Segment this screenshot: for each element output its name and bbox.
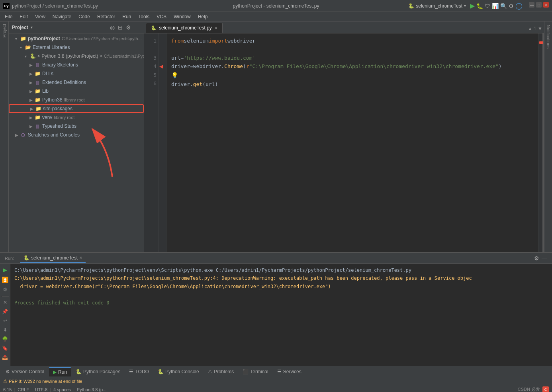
tree-item-binary-skeletons[interactable]: ▶ ||| Binary Skeletons bbox=[9, 60, 144, 69]
menu-file[interactable]: File bbox=[2, 13, 16, 20]
tab-close-button[interactable]: ✕ bbox=[214, 26, 217, 30]
status-position[interactable]: 6:15 bbox=[3, 387, 12, 392]
scroll-bar-right[interactable] bbox=[538, 33, 544, 252]
tab-services[interactable]: ☰ Services bbox=[273, 367, 305, 376]
maximize-button[interactable]: □ bbox=[536, 2, 542, 8]
tree-item-python38[interactable]: ▾ 🐍 < Python 3.8 (pythonProject) > C:\Us… bbox=[9, 52, 144, 60]
stop-button[interactable]: ⏫ bbox=[2, 275, 8, 284]
menu-navigate[interactable]: Navigate bbox=[49, 13, 74, 20]
menu-help[interactable]: Help bbox=[195, 13, 211, 20]
project-side-tab[interactable]: Project bbox=[1, 21, 8, 40]
close-button[interactable]: ✕ bbox=[543, 2, 549, 8]
tree-icon[interactable]: 🌳 bbox=[2, 335, 8, 343]
locate-file-button[interactable]: ◎ bbox=[109, 23, 115, 31]
todo-label: TODO bbox=[135, 369, 149, 374]
folder-icon-lib: 📁 bbox=[34, 88, 41, 94]
tree-item-pythonproject[interactable]: ▾ 📁 pythonProject C:\Users\admin1\Pychar… bbox=[9, 34, 144, 43]
status-bar: 6:15 | CRLF | UTF-8 | 4 spaces | Python … bbox=[0, 385, 552, 392]
version-control-icon: ⚙ bbox=[6, 369, 10, 374]
settings-icon[interactable]: ⚙ bbox=[534, 255, 539, 261]
tree-item-dlls[interactable]: ▶ 📁 DLLs bbox=[9, 69, 144, 78]
profile-button[interactable]: 📊 bbox=[492, 3, 499, 9]
tree-item-scratches[interactable]: ▶ ⊙ Scratches and Consoles bbox=[9, 131, 144, 139]
output-line-5: Process finished with exit code 0 bbox=[14, 299, 548, 307]
menu-window[interactable]: Window bbox=[170, 13, 194, 20]
scratches-icon: ⊙ bbox=[20, 132, 26, 138]
menu-run[interactable]: Run bbox=[119, 13, 134, 20]
python-packages-label: Python Packages bbox=[83, 369, 120, 374]
menu-edit[interactable]: Edit bbox=[16, 13, 31, 20]
export-icon[interactable]: 📤 bbox=[2, 353, 8, 361]
run-tab-main[interactable]: 🐍 selenium_chromeTest ✕ bbox=[20, 254, 86, 263]
hide-panel-button[interactable]: — bbox=[133, 23, 141, 31]
notifications-panel: Notifications bbox=[544, 21, 552, 252]
wrap-button[interactable]: ↩ bbox=[3, 317, 7, 325]
tab-bar: 🐍 selenium_chromeTest.py ✕ ▲ 1 ▼ bbox=[144, 21, 544, 33]
search-everywhere-button[interactable]: 🔍 bbox=[500, 3, 507, 9]
pin-button[interactable]: 📌 bbox=[2, 308, 8, 316]
tree-item-site-packages[interactable]: ▶ 📁 site-packages bbox=[9, 104, 144, 113]
status-indent[interactable]: 4 spaces bbox=[53, 387, 71, 392]
menu-vcs[interactable]: VCS bbox=[153, 13, 170, 20]
tree-settings-button[interactable]: ⚙ bbox=[125, 23, 132, 31]
tree-item-extended-definitions[interactable]: ▶ ||| Extended Definitions bbox=[9, 78, 144, 87]
tab-run[interactable]: ▶ Run bbox=[49, 367, 71, 376]
menu-bar: File Edit View Navigate Code Refactor Ru… bbox=[0, 12, 552, 21]
tab-python-packages[interactable]: 🐍 Python Packages bbox=[72, 367, 124, 376]
minimize-button[interactable]: — bbox=[529, 2, 534, 8]
scroll-down-button[interactable]: ⬇ bbox=[3, 326, 7, 334]
tree-item-lib[interactable]: ▶ 📁 Lib bbox=[9, 87, 144, 96]
problems-label: Problems bbox=[214, 369, 234, 374]
editor-toolbar-right: ▲ 1 ▼ bbox=[526, 24, 544, 33]
tree-item-typeshed[interactable]: ▶ ||| Typeshed Stubs bbox=[9, 122, 144, 131]
tab-version-control[interactable]: ⚙ Version Control bbox=[2, 367, 48, 376]
tab-python-console[interactable]: 🐍 Python Console bbox=[154, 367, 203, 376]
folder-icon-py38: 📁 bbox=[34, 97, 41, 103]
code-content[interactable]: from selenium import webdriver url = 'ht… bbox=[166, 33, 538, 252]
tree-item-python38-lib[interactable]: ▶ 📁 Python38 library root bbox=[9, 96, 144, 104]
breadcrumb: pythonProject / selenium_chromeTest.py bbox=[12, 3, 98, 9]
menu-view[interactable]: View bbox=[32, 13, 49, 20]
project-tree: ▾ 📁 pythonProject C:\Users\admin1\Pychar… bbox=[9, 33, 144, 252]
run-tab-label: selenium_chromeTest bbox=[31, 255, 78, 261]
run-button[interactable]: ▶ bbox=[470, 2, 475, 10]
jetbrains-icon[interactable]: ◯ bbox=[515, 2, 523, 10]
line-numbers: 1 3 4 5 6 bbox=[144, 33, 159, 252]
editor-tab-main[interactable]: 🐍 selenium_chromeTest.py ✕ bbox=[146, 23, 223, 33]
collapse-button[interactable]: ⊟ bbox=[117, 23, 123, 31]
bookmark-icon[interactable]: 🔖 bbox=[2, 344, 8, 352]
close-run-panel-icon[interactable]: — bbox=[542, 255, 547, 261]
terminal-label: Terminal bbox=[250, 369, 268, 374]
tree-item-external-libraries[interactable]: ▾ 📂 External Libraries bbox=[9, 43, 144, 52]
status-line-sep[interactable]: CRLF bbox=[18, 387, 29, 392]
run-output: C:\Users\admin1\PycharmProjects\pythonPr… bbox=[10, 264, 552, 366]
settings-button[interactable]: ⚙ bbox=[509, 3, 514, 9]
lib-icon-ext: ||| bbox=[34, 79, 41, 86]
debug-button[interactable]: 🐛 bbox=[476, 3, 483, 9]
lightbulb-icon[interactable]: 💡 bbox=[171, 71, 178, 80]
menu-code[interactable]: Code bbox=[75, 13, 93, 20]
run-vertical-toolbar: ▶ ⏫ ⚙ ✕ 📌 ↩ ⬇ 🌳 🔖 📤 bbox=[0, 264, 10, 366]
tab-todo[interactable]: ☰ TODO bbox=[125, 367, 153, 376]
tree-item-venv[interactable]: ▶ 📁 venv library root bbox=[9, 113, 144, 122]
close-button[interactable]: ✕ bbox=[3, 298, 7, 306]
project-chevron[interactable]: ▾ bbox=[31, 25, 33, 29]
run-config-chevron[interactable]: ▾ bbox=[464, 4, 466, 8]
notifications-tab[interactable]: Notifications bbox=[546, 21, 551, 49]
tab-terminal[interactable]: ⬛ Terminal bbox=[239, 367, 272, 376]
status-sep1: | bbox=[14, 387, 15, 392]
run-config-label[interactable]: selenium_chromeTest bbox=[416, 3, 462, 9]
run-content: ▶ ⏫ ⚙ ✕ 📌 ↩ ⬇ 🌳 🔖 📤 C:\Users\admin1\Pych… bbox=[0, 264, 552, 366]
coverage-button[interactable]: 🛡 bbox=[485, 3, 490, 9]
tab-problems[interactable]: ⚠ Problems bbox=[204, 367, 238, 376]
restore-layout-button[interactable]: ⚙ bbox=[3, 285, 8, 294]
code-line-1: from selenium import webdriver bbox=[171, 37, 534, 45]
run-tab-close[interactable]: ✕ bbox=[79, 255, 82, 260]
status-encoding[interactable]: UTF-8 bbox=[35, 387, 47, 392]
menu-tools[interactable]: Tools bbox=[135, 13, 153, 20]
menu-refactor[interactable]: Refactor bbox=[94, 13, 118, 20]
services-label: Services bbox=[283, 369, 301, 374]
problems-icon: ⚠ bbox=[208, 369, 212, 374]
rerun-button[interactable]: ▶ bbox=[3, 265, 7, 274]
status-python[interactable]: Python 3.8 (p... bbox=[77, 387, 107, 392]
